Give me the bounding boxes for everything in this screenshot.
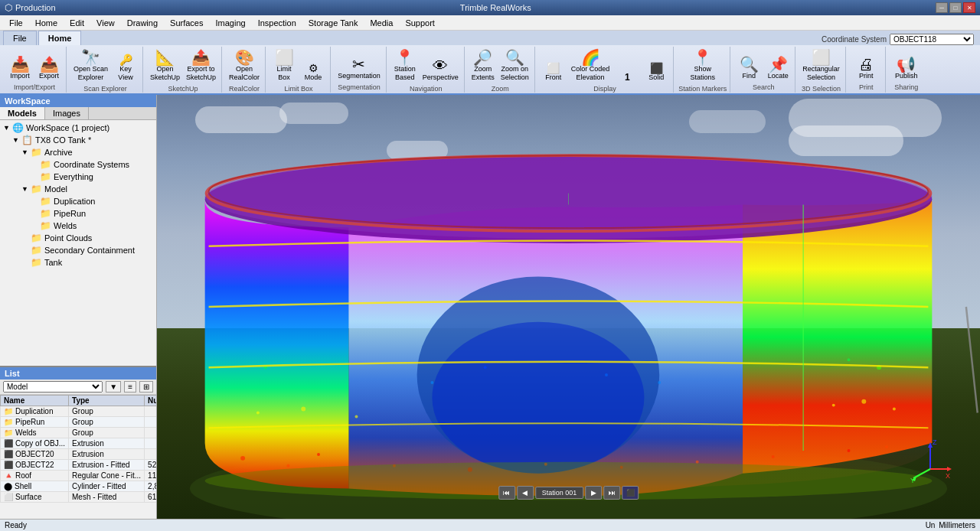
station-based-button[interactable]: 📍 StationBased [391,48,419,83]
print-button[interactable]: 🖨 Print [852,55,880,82]
cell-name: 📁Welds [1,428,69,438]
export-button[interactable]: 📤 Export [35,55,63,82]
menu-inspection[interactable]: Inspection [252,17,302,29]
cell-number: 11,335,655 [145,471,156,481]
tree-item[interactable]: 📁Everything [2,171,155,183]
workspace-panel: WorkSpace Models Images ▼🌐WorkSpace (1 p… [0,95,156,366]
app-logo: ⬡ [5,2,12,13]
tab-home[interactable]: Home [38,31,82,45]
tree-item[interactable]: 📁Duplication [2,195,155,207]
perspective-button[interactable]: 👁 Perspective [420,57,461,83]
menu-home[interactable]: Home [29,17,64,29]
export-label: Export [39,72,59,80]
export-sketchup-label: Export toSketchUp [186,65,216,82]
svg-point-24 [430,381,433,384]
ribbon-group-realcolor: 🎨 OpenRealColor RealColor [224,47,266,93]
segmentation-button[interactable]: ✂ Segmentation [335,55,383,82]
menu-storage-tank[interactable]: Storage Tank [302,17,364,29]
table-row[interactable]: ⬛OBJECT22 Extrusion - Fitted 526 [1,460,157,471]
table-row[interactable]: 📁Duplication Group [1,406,157,417]
tree-label: Welds [54,221,77,230]
svg-point-19 [861,399,866,404]
limit-box-button[interactable]: ⬜ LimitBox [270,48,298,83]
ribbon: File Home Coordinate System OBJECT118 📥 … [0,31,980,95]
nav-prev-button[interactable]: ◀ [517,486,534,500]
nav-stop-button[interactable]: ⬛ [622,486,639,500]
table-row[interactable]: 📁Welds Group [1,428,157,438]
maximize-button[interactable]: □ [949,2,962,13]
tab-images[interactable]: Images [45,107,89,119]
tab-models[interactable]: Models [0,107,45,119]
project-label: Production [15,3,56,12]
list-dropdown[interactable]: Model [3,381,103,393]
ribbon-group-3d-selection: ⬜ RectangularSelection 3D Selection [797,47,846,93]
cell-number: 2,818,749 [145,481,156,492]
col-name: Name [1,396,69,406]
table-row[interactable]: ⬛OBJECT20 Extrusion [1,449,157,460]
table-row[interactable]: ⬛Copy of OBJ... Extrusion [1,438,157,449]
color-coded-button[interactable]: 🌈 Color CodedElevation [569,48,612,83]
menu-view[interactable]: View [90,17,121,29]
table-row[interactable]: 📁PipeRun Group [1,417,157,428]
open-realcolor-button[interactable]: 🎨 OpenRealColor [227,48,262,83]
limit-mode-button[interactable]: ⚙ Mode [299,61,327,83]
list-btn-2[interactable]: ≡ [124,381,136,393]
zoom-selection-icon: 🔍 [505,50,524,65]
tree-item[interactable]: 📁Welds [2,220,155,232]
menu-drawing[interactable]: Drawing [121,17,164,29]
import-icon: 📥 [11,57,30,72]
coord-system-select[interactable]: OBJECT118 [890,34,974,45]
minimize-button[interactable]: ─ [936,2,948,13]
cell-number [145,449,156,460]
tank-visualization [157,95,980,519]
tree-item[interactable]: ▼🌐WorkSpace (1 project) [2,122,155,134]
nav-next-button[interactable]: ▶ [585,486,602,500]
tree-item[interactable]: 📁Tank [2,256,155,269]
table-row[interactable]: ⬤Shell Cylinder - Fitted 2,818,749 [1,481,157,492]
find-button[interactable]: 🔍 Find [735,55,763,82]
solid-button[interactable]: ⬛ Solid [642,61,670,83]
tab-file[interactable]: File [3,31,37,45]
table-row[interactable]: ⬜Surface Mesh - Fitted 613,808 [1,492,157,503]
menu-edit[interactable]: Edit [64,17,90,29]
ribbon-tabs: File Home Coordinate System OBJECT118 [0,31,980,45]
list-btn-1[interactable]: ▼ [106,381,121,393]
rectangular-selection-button[interactable]: ⬜ RectangularSelection [800,48,842,83]
menu-media[interactable]: Media [364,17,399,29]
zoom-selection-button[interactable]: 🔍 Zoom onSelection [498,48,531,83]
key-view-button[interactable]: 🔑 KeyView [112,53,139,83]
list-table: Name Type Number o 📁Duplication Group 📁P… [0,395,156,519]
show-stations-button[interactable]: 📍 ShowStations [688,48,718,83]
table-row[interactable]: 🔺Roof Regular Cone - Fit... 11,335,655 [1,471,157,481]
tree-item[interactable]: 📁PipeRun [2,207,155,220]
menu-file[interactable]: File [3,17,29,29]
front-icon: ⬜ [547,63,560,73]
publish-button[interactable]: 📢 Publish [893,55,920,82]
import-button[interactable]: 📥 Import [6,55,34,82]
locate-button[interactable]: 📌 Locate [764,55,792,82]
scan-explorer-icon: 🔭 [81,50,100,65]
menu-imaging[interactable]: Imaging [209,17,251,29]
tree-item[interactable]: 📁Secondary Containment [2,244,155,256]
viewport[interactable]: ⏮ ◀ Station 001 ▶ ⏭ ⬛ Z X [157,95,980,519]
list-btn-3[interactable]: ⊞ [139,381,153,393]
cell-name: ⬛OBJECT20 [1,449,69,460]
menu-surfaces[interactable]: Surfaces [164,17,209,29]
tree-label: Point Clouds [44,233,92,243]
tree-item[interactable]: ▼📁Archive [2,146,155,158]
open-sketchup-button[interactable]: 📐 OpenSketchUp [148,48,182,83]
tree-item[interactable]: ▼📋TX8 CO Tank * [2,134,155,146]
front-button[interactable]: ⬜ Front [540,61,567,83]
zoom-extents-button[interactable]: 🔎 ZoomExtents [469,48,497,83]
tree-item[interactable]: 📁Coordinate Systems [2,158,155,171]
nav-prev-prev-button[interactable]: ⏮ [498,486,515,500]
tree-item[interactable]: ▼📁Model [2,183,155,195]
open-scan-explorer-button[interactable]: 🔭 Open ScanExplorer [71,48,110,83]
close-button[interactable]: ✕ [963,2,975,13]
cell-type: Group [69,428,145,438]
menu-support[interactable]: Support [399,17,441,29]
tree-item[interactable]: 📁Point Clouds [2,232,155,244]
export-sketchup-button[interactable]: 📤 Export toSketchUp [184,48,218,83]
nav-next-next-button[interactable]: ⏭ [603,486,620,500]
elevation-1-button[interactable]: 1 [613,71,641,83]
